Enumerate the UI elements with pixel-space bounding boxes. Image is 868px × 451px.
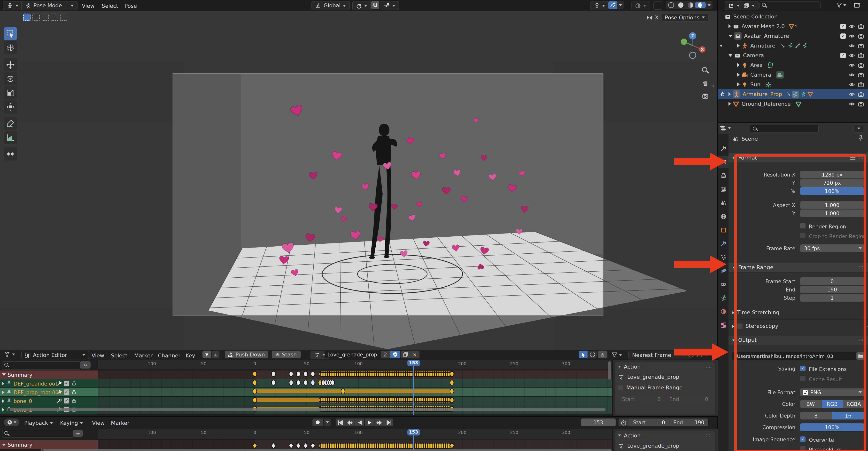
timeline-search-input[interactable] (2, 430, 73, 438)
tab-material[interactable] (718, 306, 728, 317)
select-mode-intersect[interactable] (60, 13, 67, 21)
tab-physics[interactable] (718, 265, 728, 276)
panel-grip[interactable]: ∷∷ (859, 338, 865, 342)
jump-to-end-button[interactable] (384, 419, 393, 426)
eye-icon[interactable] (848, 101, 855, 107)
pivot-point-dropdown[interactable] (352, 1, 371, 10)
tab-modifiers[interactable] (718, 237, 728, 249)
mesh-data-icon[interactable] (807, 91, 813, 97)
resolution-x-field[interactable]: 1280 px (800, 171, 864, 178)
navigation-gizmo[interactable]: Z X (677, 30, 708, 63)
action-name-field[interactable]: Love_grenade_prop (324, 350, 380, 358)
tool-measure[interactable] (4, 131, 17, 144)
timeline-current-frame-badge[interactable]: 153 (407, 429, 420, 435)
outliner-row-camera-object[interactable]: Camera (718, 70, 868, 80)
file-format-dropdown[interactable]: PNG (800, 389, 864, 396)
scene-end-field[interactable]: End190 (670, 419, 708, 426)
wrench-icon[interactable] (57, 381, 62, 386)
tab-view-layer[interactable] (718, 183, 728, 195)
next-keyframe-button[interactable] (374, 419, 383, 426)
timeline-hscrollbar[interactable] (41, 449, 612, 451)
render-pass-toggle[interactable] (653, 1, 662, 10)
snap-mode-dropdown[interactable]: Nearest Frame (628, 350, 690, 359)
bone-icon[interactable] (795, 43, 800, 49)
output-path-field[interactable]: /Users/martinshibu...rence/introAnim_03 (733, 352, 857, 360)
panel-header-output[interactable]: Output ∷∷ (728, 336, 868, 345)
collection-checkbox[interactable]: ✓ (840, 53, 846, 58)
color-bw-button[interactable]: BW (800, 400, 821, 408)
mode-dropdown[interactable]: Pose Mode (21, 1, 78, 10)
box-select-include-handles[interactable] (588, 350, 597, 358)
tab-tool[interactable] (718, 143, 728, 154)
tab-particles[interactable] (718, 251, 728, 263)
select-mode-subtract[interactable] (42, 13, 49, 21)
stash-button[interactable]: ❄ Stash (272, 350, 301, 358)
frame-step-field[interactable]: 1 (800, 294, 864, 302)
select-mode-invert[interactable] (51, 13, 58, 21)
camera-view-icon[interactable] (702, 93, 709, 100)
dope-filter-dropdown[interactable] (611, 351, 622, 358)
snap-settings-dropdown[interactable] (380, 1, 399, 10)
color-rgb-button[interactable]: RGB (822, 400, 843, 408)
shading-solid[interactable] (676, 2, 685, 8)
eye-icon[interactable] (848, 91, 855, 97)
viewport-canvas[interactable] (0, 11, 717, 350)
menu-key[interactable]: Key (186, 353, 195, 359)
outliner-row-armature-prop[interactable]: Armature_Prop (718, 89, 868, 99)
cache-result-checkbox[interactable] (800, 376, 806, 381)
expand-icon[interactable] (737, 44, 740, 48)
lock-open-icon[interactable] (71, 389, 76, 395)
animation-icon[interactable] (780, 43, 786, 49)
pose-mode-icon[interactable] (792, 90, 799, 98)
color-depth-8-button[interactable]: 8 (800, 412, 832, 420)
fake-user-shield-button[interactable] (391, 350, 400, 358)
overlays-toggle-group[interactable] (609, 1, 624, 9)
panel-grip[interactable]: ∷∷ (859, 265, 865, 270)
eye-icon[interactable] (848, 62, 855, 68)
frame-rate-dropdown[interactable]: 30 fps (800, 245, 864, 252)
lock-open-icon[interactable] (71, 398, 76, 403)
camera-restrict-icon[interactable] (858, 81, 864, 87)
tool-transform[interactable] (4, 101, 17, 113)
collapse-icon[interactable] (728, 54, 733, 56)
frame-end-field[interactable]: 190 (800, 286, 864, 293)
region-collapse-arrow[interactable]: ‹ (712, 82, 714, 89)
stereoscopy-checkbox[interactable] (737, 323, 743, 329)
record-button[interactable] (312, 419, 323, 426)
tool-move[interactable] (4, 58, 17, 71)
menu-keying[interactable]: Keying (60, 420, 83, 426)
wrench-icon[interactable] (57, 389, 62, 395)
tab-object[interactable] (718, 224, 728, 236)
aspect-x-field[interactable]: 1.000 (800, 201, 864, 209)
expand-icon[interactable] (2, 390, 4, 394)
pose-options-dropdown[interactable]: Pose Options (661, 13, 709, 22)
tab-object-data[interactable] (718, 292, 728, 304)
channel-summary[interactable]: Summary (0, 370, 98, 379)
expand-icon[interactable] (2, 399, 4, 403)
outliner-row-avatar-mesh[interactable]: Avatar Mesh 2.0 4 ✓ (718, 21, 868, 31)
new-collection-button[interactable] (854, 1, 861, 11)
shading-material[interactable] (685, 2, 695, 8)
menu-playback[interactable]: Playback (24, 420, 53, 426)
render-region-checkbox[interactable] (800, 223, 806, 228)
play-reverse-button[interactable] (355, 419, 364, 426)
outliner-row-camera-collection[interactable]: Camera ✓ (718, 51, 868, 60)
transform-orientation-dropdown[interactable]: Global (311, 1, 350, 10)
expand-icon[interactable] (2, 382, 4, 385)
proportional-editing-group[interactable] (688, 351, 708, 358)
camera-restrict-icon[interactable] (858, 33, 864, 39)
action-end-field[interactable]: End0 (665, 395, 712, 403)
channel-bone-0[interactable]: bone_0 ✓ (0, 397, 98, 405)
outliner-row-ground-reference[interactable]: Ground_Reference (718, 99, 868, 109)
tab-scene[interactable] (718, 197, 728, 208)
outliner-row-avatar-armature[interactable]: Avatar_Armature ✓ (718, 31, 868, 41)
new-action-copy-button[interactable] (401, 350, 410, 358)
tool-pose-breakdowner[interactable] (4, 147, 17, 161)
action-editor-mode-dropdown[interactable]: Action Editor (21, 350, 89, 359)
expand-icon[interactable] (2, 407, 4, 412)
wrench-icon[interactable] (57, 398, 62, 403)
camera-data-icon[interactable] (776, 71, 784, 78)
tool-scale[interactable] (4, 86, 17, 100)
mirror-x-label[interactable]: X (655, 14, 658, 21)
collapse-icon[interactable] (2, 444, 6, 446)
